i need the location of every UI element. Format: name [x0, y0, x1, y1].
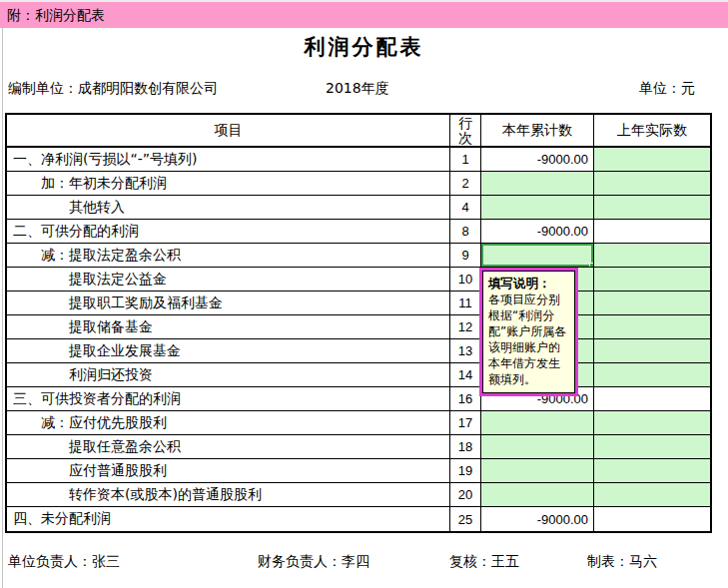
current-year-cell[interactable] [480, 435, 593, 459]
current-year-cell[interactable] [480, 196, 593, 220]
item-cell[interactable]: 减：应付优先股股利 [7, 411, 449, 435]
current-year-cell[interactable]: -9000.00 [480, 507, 593, 531]
item-cell[interactable]: 四、未分配利润 [7, 507, 449, 531]
item-cell[interactable]: 加：年初未分配利润 [7, 172, 449, 196]
line-no-cell[interactable]: 13 [449, 339, 480, 363]
item-cell[interactable]: 提取职工奖励及福利基金 [7, 292, 449, 315]
prior-year-cell[interactable] [593, 196, 710, 220]
line-no-cell[interactable]: 8 [449, 220, 480, 244]
comment-text: 各项目应分别根据“利润分配”账户所属各该明细账户的本年借方发生额填列。 [488, 292, 570, 387]
line-no-cell[interactable]: 19 [449, 459, 480, 483]
item-cell[interactable]: 转作资本(或股本)的普通股股利 [7, 483, 449, 507]
item-cell[interactable]: 提取企业发展基金 [7, 339, 449, 363]
item-cell[interactable]: 二、可供分配的利润 [7, 220, 449, 244]
current-year-cell[interactable]: -9000.00 [480, 220, 593, 244]
line-no-cell[interactable]: 12 [449, 315, 480, 339]
line-no-cell[interactable]: 14 [449, 363, 480, 387]
current-year-cell[interactable] [480, 244, 593, 268]
prior-year-cell[interactable] [593, 363, 710, 387]
line-no-cell[interactable]: 17 [449, 411, 480, 435]
line-no-cell[interactable]: 9 [449, 244, 480, 268]
currency-unit-label: 单位：元 [639, 80, 695, 98]
header-current-year[interactable]: 本年累计数 [480, 115, 593, 148]
line-no-cell[interactable]: 18 [449, 435, 480, 459]
item-cell[interactable]: 应付普通股股利 [7, 459, 449, 483]
line-no-cell[interactable]: 25 [449, 507, 480, 531]
prior-year-cell[interactable] [593, 292, 710, 315]
header-prior-year[interactable]: 上年实际数 [593, 115, 710, 148]
comment-title: 填写说明： [488, 275, 570, 292]
prior-year-cell[interactable] [593, 244, 710, 268]
header-item[interactable]: 项目 [7, 115, 449, 148]
prior-year-cell[interactable] [593, 459, 710, 483]
prior-year-cell[interactable] [593, 435, 710, 459]
header-line-no-text: 行次 [458, 116, 472, 146]
item-cell[interactable]: 其他转入 [7, 196, 449, 220]
fiscal-year-label: 2018年度 [326, 80, 389, 98]
current-year-cell[interactable] [480, 411, 593, 435]
line-no-cell[interactable]: 10 [449, 268, 480, 292]
header-line-no[interactable]: 行次 [449, 115, 480, 148]
attachment-banner: 附：利润分配表 [0, 2, 728, 28]
item-cell[interactable]: 减：提取法定盈余公积 [7, 244, 449, 268]
fill-instruction-comment: 填写说明： 各项目应分别根据“利润分配”账户所属各该明细账户的本年借方发生额填列… [479, 268, 578, 396]
line-no-cell[interactable]: 20 [449, 483, 480, 507]
item-cell[interactable]: 三、可供投资者分配的利润 [7, 387, 449, 411]
prepared-by-label: 编制单位：成都明阳数创有限公司 [8, 80, 218, 98]
line-no-cell[interactable]: 4 [449, 196, 480, 220]
prior-year-cell[interactable] [593, 507, 710, 531]
preparer-label: 制表：马六 [587, 553, 657, 571]
current-year-cell[interactable]: -9000.00 [480, 148, 593, 172]
prior-year-cell[interactable] [593, 411, 710, 435]
prior-year-cell[interactable] [593, 148, 710, 172]
unit-head-label: 单位负责人：张三 [8, 553, 120, 571]
current-year-cell[interactable] [480, 172, 593, 196]
prior-year-cell[interactable] [593, 268, 710, 292]
current-year-cell[interactable] [480, 483, 593, 507]
prior-year-cell[interactable] [593, 315, 710, 339]
line-no-cell[interactable]: 11 [449, 292, 480, 315]
current-year-cell[interactable] [480, 459, 593, 483]
item-cell[interactable]: 提取储备基金 [7, 315, 449, 339]
prior-year-cell[interactable] [593, 220, 710, 244]
prior-year-cell[interactable] [593, 172, 710, 196]
line-no-cell[interactable]: 1 [449, 148, 480, 172]
item-cell[interactable]: 一、净利润(亏损以“-”号填列) [7, 148, 449, 172]
prior-year-cell[interactable] [593, 339, 710, 363]
spreadsheet-screen: 附：利润分配表 利润分配表 编制单位：成都明阳数创有限公司 2018年度 单位：… [0, 0, 728, 588]
prior-year-cell[interactable] [593, 387, 710, 411]
page-title: 利润分配表 [0, 33, 728, 61]
item-cell[interactable]: 利润归还投资 [7, 363, 449, 387]
item-cell[interactable]: 提取任意盈余公积 [7, 435, 449, 459]
line-no-cell[interactable]: 2 [449, 172, 480, 196]
prior-year-cell[interactable] [593, 483, 710, 507]
finance-head-label: 财务负责人：李四 [258, 553, 369, 571]
fill-instruction-comment-body: 填写说明： 各项目应分别根据“利润分配”账户所属各该明细账户的本年借方发生额填列… [482, 271, 575, 393]
profit-distribution-table: 项目 行次 本年累计数 上年实际数 一、净利润(亏损以“-”号填列) 1 -90… [5, 113, 712, 533]
reviewer-label: 复核：王五 [449, 553, 519, 571]
left-edge-divider [2, 28, 3, 588]
line-no-cell[interactable]: 16 [449, 387, 480, 411]
item-cell[interactable]: 提取法定公益金 [7, 268, 449, 292]
